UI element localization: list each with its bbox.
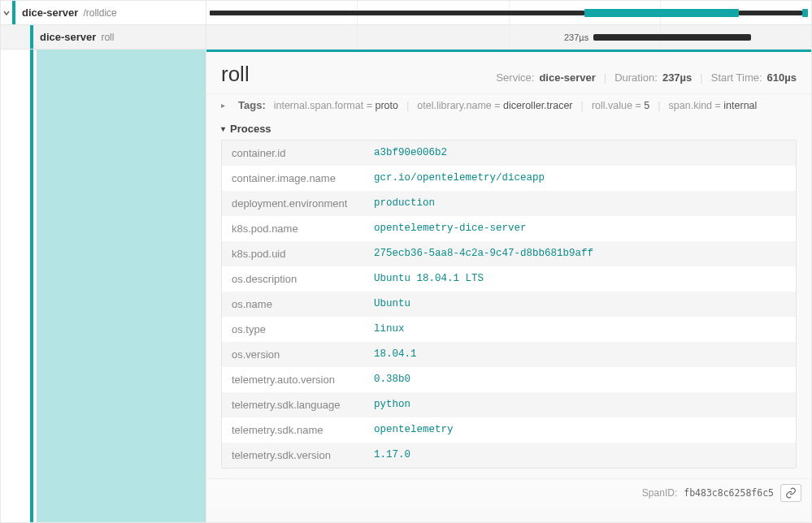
- expand-toggle[interactable]: [1, 9, 12, 17]
- span-bar-group: [206, 1, 811, 24]
- process-key: os.version: [232, 348, 374, 361]
- process-row: os.version18.04.1: [222, 342, 796, 367]
- tags-list: internal.span.format = proto|otel.librar…: [274, 99, 758, 111]
- span-meta: Service: dice-server | Duration: 237µs |…: [496, 71, 797, 84]
- process-row: container.ida3bf90e006b2: [222, 140, 796, 166]
- process-row: os.nameUbuntu: [222, 292, 796, 317]
- process-key: telemetry.sdk.name: [232, 424, 374, 436]
- span-duration-label: 237µs: [564, 32, 588, 42]
- tag-item: internal.span.format = proto: [274, 100, 398, 111]
- process-row: telemetry.sdk.languagepython: [222, 392, 796, 417]
- process-value: linux: [374, 323, 405, 335]
- process-value: a3bf90e006b2: [374, 147, 447, 159]
- trace-view: dice-server /rolldice: [0, 0, 812, 523]
- indent: [15, 25, 30, 49]
- span-bar: 237µs: [593, 33, 750, 41]
- process-row: telemetry.auto.version0.38b0: [222, 367, 796, 392]
- tag-item: span.kind = internal: [669, 100, 758, 111]
- process-value: 0.38b0: [374, 374, 410, 386]
- process-key: telemetry.sdk.version: [232, 449, 374, 461]
- timeline-cell[interactable]: [206, 1, 811, 24]
- meta-duration-label: Duration:: [614, 71, 658, 84]
- operation-name: roll: [101, 32, 114, 43]
- tag-item: roll.value = 5: [592, 100, 649, 111]
- process-value: python: [374, 399, 410, 411]
- panel-header: roll Service: dice-server | Duration: 23…: [206, 52, 811, 93]
- span-row-child[interactable]: dice-server roll 237µs: [1, 25, 811, 50]
- process-key: k8s.pod.name: [232, 223, 374, 235]
- process-section: ▾ Process container.ida3bf90e006b2contai…: [206, 116, 811, 478]
- service-color-bar: [12, 1, 15, 24]
- process-row: container.image.namegcr.io/opentelemetry…: [222, 166, 796, 191]
- process-value: 18.04.1: [374, 348, 417, 361]
- process-value: 1.17.0: [374, 449, 410, 461]
- span-title: roll: [221, 62, 250, 87]
- process-row: deployment.environmentproduction: [222, 191, 796, 216]
- process-value: opentelemetry-dice-server: [374, 223, 527, 235]
- service-name: dice-server: [40, 31, 96, 43]
- spanid-label: SpanID:: [642, 487, 677, 499]
- service-color-bar: [30, 25, 33, 49]
- span-tree: dice-server /rolldice: [1, 1, 811, 50]
- meta-service-label: Service:: [496, 71, 534, 84]
- process-value: production: [374, 197, 435, 210]
- process-key: deployment.environment: [232, 197, 374, 210]
- panel-footer: SpanID: fb483c8c6258f6c5: [206, 478, 811, 507]
- process-key: os.type: [232, 323, 374, 335]
- process-value: Ubuntu: [374, 298, 410, 310]
- process-key: os.name: [232, 298, 374, 310]
- process-row: telemetry.sdk.version1.17.0: [222, 443, 796, 468]
- deep-link-button[interactable]: [780, 484, 801, 502]
- meta-service: dice-server: [539, 71, 595, 84]
- process-table: container.ida3bf90e006b2container.image.…: [221, 140, 797, 469]
- process-toggle[interactable]: ▾ Process: [221, 119, 797, 140]
- process-value: 275ecb36-5aa8-4c2a-9c47-d8bb681b9aff: [374, 248, 593, 260]
- process-row: k8s.pod.uid275ecb36-5aa8-4c2a-9c47-d8bb6…: [222, 241, 796, 266]
- detail-left-gutter: [1, 50, 206, 522]
- span-row-parent[interactable]: dice-server /rolldice: [1, 1, 811, 25]
- tags-row[interactable]: ▸ Tags: internal.span.format = proto|ote…: [206, 93, 811, 116]
- process-label: Process: [230, 123, 271, 135]
- process-key: container.id: [232, 147, 374, 159]
- indent: [1, 25, 15, 49]
- spanid-value: fb483c8c6258f6c5: [684, 487, 774, 499]
- process-row: os.descriptionUbuntu 18.04.1 LTS: [222, 266, 796, 292]
- meta-duration: 237µs: [662, 71, 692, 84]
- process-row: k8s.pod.nameopentelemetry-dice-server: [222, 216, 796, 241]
- process-value: gcr.io/opentelemetry/diceapp: [374, 172, 545, 184]
- process-value: opentelemetry: [374, 424, 454, 436]
- tags-label: Tags:: [238, 99, 266, 111]
- process-value: Ubuntu 18.04.1 LTS: [374, 273, 484, 285]
- chevron-down-icon: ▾: [221, 124, 225, 133]
- process-key: os.description: [232, 273, 374, 285]
- process-row: telemetry.sdk.nameopentelemetry: [222, 417, 796, 443]
- process-key: telemetry.sdk.language: [232, 399, 374, 411]
- service-name: dice-server: [22, 6, 78, 19]
- span-name-cell: dice-server roll: [1, 25, 206, 49]
- process-row: os.typelinux: [222, 317, 796, 342]
- span-name-cell: dice-server /rolldice: [1, 1, 206, 24]
- timeline-cell[interactable]: 237µs: [206, 25, 811, 49]
- chevron-right-icon: ▸: [221, 101, 225, 110]
- meta-start: 610µs: [767, 71, 797, 84]
- meta-start-label: Start Time:: [711, 71, 762, 84]
- detail-area: roll Service: dice-server | Duration: 23…: [1, 50, 811, 522]
- process-key: container.image.name: [232, 172, 374, 184]
- process-key: k8s.pod.uid: [232, 248, 374, 260]
- tag-item: otel.library.name = diceroller.tracer: [417, 100, 572, 111]
- process-key: telemetry.auto.version: [232, 374, 374, 386]
- operation-name: /rolldice: [83, 7, 116, 19]
- span-detail-panel: roll Service: dice-server | Duration: 23…: [206, 50, 811, 522]
